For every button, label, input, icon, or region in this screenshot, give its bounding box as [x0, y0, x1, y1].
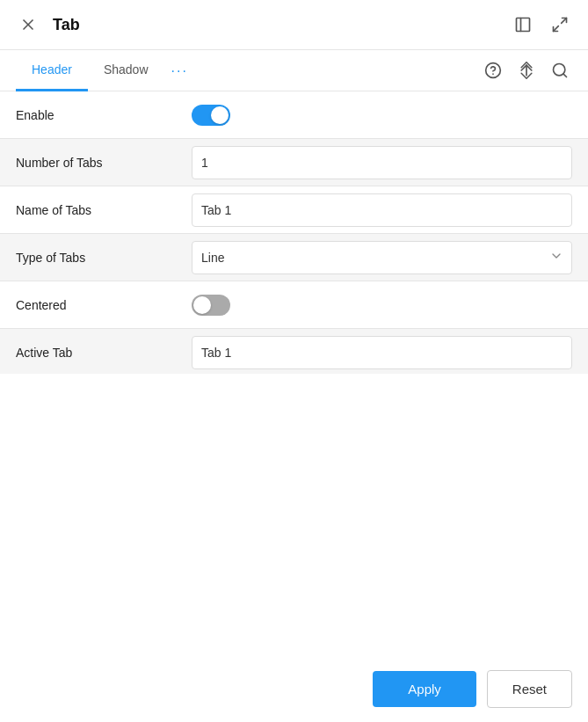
form-row-number-of-tabs: Number of Tabs [0, 139, 588, 186]
name-of-tabs-control [192, 193, 572, 227]
type-of-tabs-select[interactable]: Line Box Pill [192, 241, 572, 274]
number-of-tabs-label: Number of Tabs [16, 156, 192, 170]
close-icon[interactable] [16, 12, 40, 37]
window-title: Tab [53, 16, 80, 34]
panel-icon[interactable] [511, 12, 535, 37]
svg-rect-2 [517, 18, 530, 32]
title-left: Tab [16, 12, 80, 37]
tab-header[interactable]: Header [16, 50, 88, 91]
type-of-tabs-control: Line Box Pill [192, 241, 572, 274]
title-right [511, 12, 572, 37]
tab-more-icon[interactable]: ··· [164, 51, 195, 91]
centered-control [192, 295, 572, 316]
tab-bar-right [481, 58, 572, 83]
active-tab-control [192, 336, 572, 369]
number-of-tabs-control [192, 146, 572, 179]
search-icon[interactable] [548, 58, 572, 83]
form-row-name-of-tabs: Name of Tabs [0, 186, 588, 234]
form-row-type-of-tabs: Type of Tabs Line Box Pill [0, 234, 588, 281]
centered-toggle[interactable] [192, 295, 230, 316]
footer: Apply Reset [0, 656, 588, 722]
svg-line-11 [563, 74, 567, 77]
name-of-tabs-label: Name of Tabs [16, 203, 192, 217]
title-bar: Tab [0, 0, 588, 50]
sort-icon[interactable] [514, 58, 539, 83]
centered-toggle-knob [193, 296, 211, 314]
enable-control [192, 105, 572, 126]
enable-toggle[interactable] [192, 105, 230, 126]
number-of-tabs-input[interactable] [192, 146, 572, 179]
help-icon[interactable] [481, 58, 505, 83]
form-row-active-tab: Active Tab [0, 329, 588, 374]
svg-line-4 [562, 18, 567, 24]
centered-label: Centered [16, 298, 192, 312]
tab-shadow[interactable]: Shadow [88, 50, 164, 91]
form-row-enable: Enable [0, 91, 588, 139]
form-area: Enable Number of Tabs Name of Tabs Type … [0, 91, 588, 374]
spacer [0, 374, 588, 656]
tab-bar-left: Header Shadow ··· [16, 50, 195, 91]
enable-label: Enable [16, 108, 192, 122]
type-of-tabs-select-wrapper: Line Box Pill [192, 241, 572, 274]
apply-button[interactable]: Apply [373, 671, 476, 707]
window: Tab Header [0, 0, 588, 722]
active-tab-label: Active Tab [16, 346, 192, 360]
name-of-tabs-input[interactable] [192, 193, 572, 227]
reset-button[interactable]: Reset [487, 670, 572, 708]
tab-bar: Header Shadow ··· [0, 50, 588, 91]
active-tab-input[interactable] [192, 336, 572, 369]
form-row-centered: Centered [0, 281, 588, 329]
enable-toggle-knob [211, 106, 229, 124]
expand-icon[interactable] [548, 12, 572, 37]
type-of-tabs-label: Type of Tabs [16, 251, 192, 265]
svg-line-5 [554, 26, 559, 32]
